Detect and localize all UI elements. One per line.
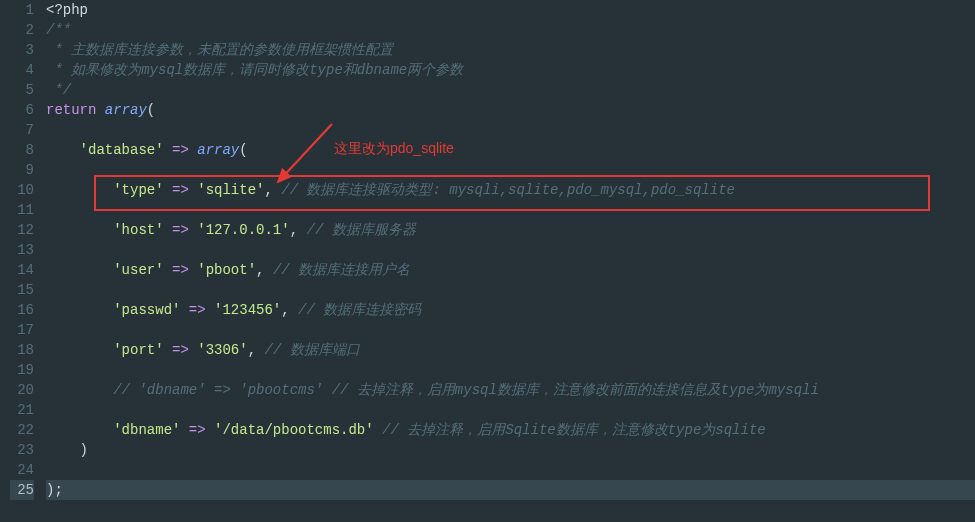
array-value-port: '3306' bbox=[197, 342, 247, 358]
array-value-host: '127.0.0.1' bbox=[197, 222, 289, 238]
block-comment: /** bbox=[46, 22, 71, 38]
fat-arrow: => bbox=[180, 422, 214, 438]
block-comment: * 主数据库连接参数，未配置的参数使用框架惯性配置 bbox=[46, 42, 393, 58]
commented-dbname-mysql: // 'dbname' => 'pbootcms' // 去掉注释，启用mysq… bbox=[113, 382, 819, 398]
block-comment: * 如果修改为mysql数据库，请同时修改type和dbname两个参数 bbox=[46, 62, 463, 78]
code-body[interactable]: <?php /** * 主数据库连接参数，未配置的参数使用框架惯性配置 * 如果… bbox=[40, 0, 975, 522]
fat-arrow: => bbox=[164, 222, 198, 238]
line-comment: // 去掉注释，启用Sqlite数据库，注意修改type为sqlite bbox=[382, 422, 766, 438]
array-value-user: 'pboot' bbox=[197, 262, 256, 278]
line-number: 1 bbox=[10, 0, 34, 20]
line-number: 13 bbox=[10, 240, 34, 260]
line-comment: // 数据库端口 bbox=[264, 342, 359, 358]
array-value-passwd: '123456' bbox=[214, 302, 281, 318]
comma: , bbox=[248, 342, 265, 358]
line-number: 5 bbox=[10, 80, 34, 100]
line-comment: // 数据库连接密码 bbox=[298, 302, 421, 318]
line-comment: // 数据库连接用户名 bbox=[273, 262, 410, 278]
line-number: 4 bbox=[10, 60, 34, 80]
line-number: 15 bbox=[10, 280, 34, 300]
paren-open: ( bbox=[147, 102, 155, 118]
array-key-dbname: 'dbname' bbox=[113, 422, 180, 438]
fat-arrow: => bbox=[180, 302, 214, 318]
line-number: 2 bbox=[10, 20, 34, 40]
array-close: ); bbox=[46, 482, 63, 498]
block-comment: */ bbox=[46, 82, 71, 98]
line-number: 20 bbox=[10, 380, 34, 400]
comma: , bbox=[290, 222, 307, 238]
keyword-array: array bbox=[197, 142, 239, 158]
code-editor[interactable]: 1 2 3 4 5 6 7 8 9 10 11 12 13 14 15 16 1… bbox=[0, 0, 975, 522]
line-number: 16 bbox=[10, 300, 34, 320]
line-number: 10 bbox=[10, 180, 34, 200]
fat-arrow: => bbox=[164, 182, 198, 198]
line-number-active: 25 bbox=[10, 480, 34, 500]
array-key-database: 'database' bbox=[80, 142, 164, 158]
line-number: 12 bbox=[10, 220, 34, 240]
line-number: 8 bbox=[10, 140, 34, 160]
line-number: 21 bbox=[10, 400, 34, 420]
array-key-passwd: 'passwd' bbox=[113, 302, 180, 318]
line-number: 19 bbox=[10, 360, 34, 380]
fat-arrow: => bbox=[164, 342, 198, 358]
line-number: 23 bbox=[10, 440, 34, 460]
fat-arrow: => bbox=[164, 262, 198, 278]
array-key-user: 'user' bbox=[113, 262, 163, 278]
fat-arrow: => bbox=[164, 142, 198, 158]
paren-close: ) bbox=[80, 442, 88, 458]
line-number: 24 bbox=[10, 460, 34, 480]
array-key-port: 'port' bbox=[113, 342, 163, 358]
comma: , bbox=[281, 302, 298, 318]
line-number: 9 bbox=[10, 160, 34, 180]
annotation-text: 这里改为pdo_sqlite bbox=[334, 140, 454, 158]
comma: , bbox=[264, 182, 281, 198]
comma: , bbox=[256, 262, 273, 278]
line-number: 14 bbox=[10, 260, 34, 280]
array-value-dbname: '/data/pbootcms.db' bbox=[214, 422, 374, 438]
line-number: 22 bbox=[10, 420, 34, 440]
array-value-type: 'sqlite' bbox=[197, 182, 264, 198]
line-number-gutter: 1 2 3 4 5 6 7 8 9 10 11 12 13 14 15 16 1… bbox=[0, 0, 40, 522]
array-key-host: 'host' bbox=[113, 222, 163, 238]
keyword-array: array bbox=[105, 102, 147, 118]
line-comment: // 数据库连接驱动类型: mysqli,sqlite,pdo_mysql,pd… bbox=[281, 182, 735, 198]
line-number: 6 bbox=[10, 100, 34, 120]
array-key-type: 'type' bbox=[113, 182, 163, 198]
line-number: 18 bbox=[10, 340, 34, 360]
line-number: 3 bbox=[10, 40, 34, 60]
line-number: 17 bbox=[10, 320, 34, 340]
paren-open: ( bbox=[239, 142, 247, 158]
line-comment: // 数据库服务器 bbox=[306, 222, 415, 238]
keyword-return: return bbox=[46, 102, 96, 118]
line-number: 7 bbox=[10, 120, 34, 140]
php-open-tag: <?php bbox=[46, 2, 88, 18]
line-number: 11 bbox=[10, 200, 34, 220]
